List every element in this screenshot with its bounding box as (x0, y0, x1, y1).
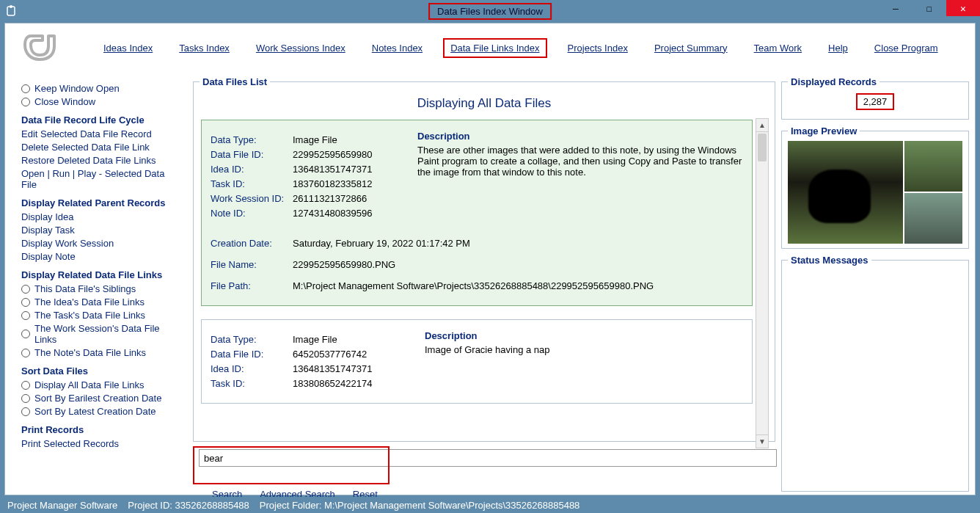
status-messages-group: Status Messages (781, 255, 969, 492)
label-task-id: Task ID: (211, 178, 293, 189)
label: The Idea's Data File Links (34, 296, 145, 308)
description-heading: Description (425, 330, 743, 341)
displayed-records-count: 2,287 (856, 93, 895, 110)
label: This Data File's Siblings (34, 283, 136, 294)
menu-project-summary[interactable]: Project Summary (654, 43, 728, 54)
data-file-record[interactable]: Data Type:Image File Data File ID:229952… (201, 120, 753, 306)
search-input[interactable] (199, 449, 777, 467)
radio-display-all[interactable]: Display All Data File Links (21, 379, 180, 390)
value-idea-id: 136481351747371 (293, 164, 413, 175)
link-edit-record[interactable]: Edit Selected Data File Record (21, 128, 180, 139)
scroll-up-icon[interactable]: ▲ (756, 119, 768, 132)
value-note-id: 127431480839596 (293, 208, 413, 219)
scroll-thumb[interactable] (758, 134, 767, 161)
label-data-file-id: Data File ID: (211, 149, 293, 160)
menu-team-work[interactable]: Team Work (754, 43, 802, 54)
label: The Note's Data File Links (34, 347, 146, 358)
description-text: These are other images that were added t… (417, 145, 743, 178)
center-column: Data Files List Displaying All Data File… (187, 72, 778, 495)
section-print: Print Records (21, 424, 180, 435)
status-project-id: 33526268885488 (175, 500, 249, 511)
link-display-task[interactable]: Display Task (21, 225, 180, 236)
radio-task-links[interactable]: The Task's Data File Links (21, 310, 180, 321)
image-preview-legend: Image Preview (788, 125, 860, 137)
status-app-name: Project Manager Software (7, 500, 117, 511)
radio-keep-window-open[interactable]: Keep Window Open (21, 83, 180, 94)
description-text: Image of Gracie having a nap (425, 344, 743, 355)
list-legend: Data Files List (200, 76, 270, 87)
statusbar: Project Manager Software Project ID: 335… (0, 497, 980, 513)
status-messages-legend: Status Messages (788, 255, 871, 266)
label: Display All Data File Links (34, 379, 145, 390)
menu-tasks-index[interactable]: Tasks Index (179, 43, 230, 54)
titlebar: Data Files Index Window — ☐ ✕ (0, 0, 980, 22)
search-area: Search Advanced Search Reset (193, 446, 775, 489)
link-delete-link[interactable]: Delete Selected Data File Link (21, 142, 180, 153)
value-work-session-id: 26111321372866 (293, 193, 413, 204)
menubar: Ideas Index Tasks Index Work Sessions In… (5, 23, 975, 72)
label-idea-id: Idea ID: (211, 164, 293, 175)
menu-close-program[interactable]: Close Program (874, 43, 938, 54)
value-file-name: 229952595659980.PNG (293, 259, 743, 270)
menu-work-sessions-index[interactable]: Work Sessions Index (256, 43, 345, 54)
radio-sort-earliest[interactable]: Sort By Earilest Creation Date (21, 393, 180, 404)
value-data-type: Image File (293, 134, 413, 145)
preview-main-image (788, 141, 903, 244)
label-creation-date: Creation Date: (211, 238, 293, 249)
maximize-button[interactable]: ☐ (913, 0, 946, 16)
minimize-button[interactable]: — (879, 0, 913, 16)
link-restore-links[interactable]: Restore Deleted Data File Links (21, 155, 180, 166)
section-parent: Display Related Parent Records (21, 197, 180, 208)
section-sort: Sort Data Files (21, 365, 180, 376)
app-frame: Ideas Index Tasks Index Work Sessions In… (4, 23, 976, 495)
list-title: Displaying All Data Files (200, 96, 769, 111)
data-file-record[interactable]: Data Type:Image File Data File ID:645205… (201, 319, 753, 404)
preview-thumb-2 (904, 193, 962, 244)
menu-help[interactable]: Help (828, 43, 848, 54)
label: The Task's Data File Links (34, 310, 145, 321)
data-files-list-group: Data Files List Displaying All Data File… (193, 76, 775, 442)
app-icon (0, 0, 22, 22)
label-work-session-id: Work Session ID: (211, 193, 293, 204)
sidebar: Keep Window Open Close Window Data File … (5, 72, 187, 495)
link-display-note[interactable]: Display Note (21, 251, 180, 262)
label-data-type: Data Type: (211, 134, 293, 145)
status-messages-body (788, 270, 962, 487)
menu-projects-index[interactable]: Projects Index (568, 43, 628, 54)
label-idea-id: Idea ID: (211, 363, 293, 374)
link-open-run-play[interactable]: Open | Run | Play - Selected Data File (21, 168, 180, 190)
menu-data-file-links-index[interactable]: Data File Links Index (450, 43, 539, 54)
radio-close-window[interactable]: Close Window (21, 96, 180, 107)
records-scroll-area: ▲ ▼ Data Type:Image File Data File ID:22… (200, 118, 769, 448)
radio-note-links[interactable]: The Note's Data File Links (21, 347, 180, 358)
value-data-file-id: 64520537776742 (293, 349, 413, 360)
label-note-id: Note ID: (211, 208, 293, 219)
radio-siblings[interactable]: This Data File's Siblings (21, 283, 180, 294)
label: Sort By Latest Creation Date (34, 406, 156, 417)
label: The Work Session's Data File Links (34, 323, 180, 345)
label: Close Window (34, 96, 95, 107)
menu-notes-index[interactable]: Notes Index (372, 43, 423, 54)
value-creation-date: Saturday, February 19, 2022 01:17:42 PM (293, 238, 743, 249)
svg-rect-1 (10, 5, 12, 8)
image-preview (788, 141, 962, 244)
preview-thumb-1 (904, 141, 962, 192)
link-display-work-session[interactable]: Display Work Session (21, 238, 180, 249)
value-idea-id: 136481351747371 (293, 363, 413, 374)
scrollbar[interactable]: ▲ ▼ (756, 118, 769, 448)
value-task-id: 183760182335812 (293, 178, 413, 189)
status-project-folder: M:\Project Management Software\Projects\… (324, 500, 579, 511)
displayed-records-group: Displayed Records 2,287 (781, 76, 969, 120)
radio-idea-links[interactable]: The Idea's Data File Links (21, 296, 180, 308)
status-project-folder-label: Project Folder: (260, 500, 322, 511)
link-display-idea[interactable]: Display Idea (21, 211, 180, 222)
radio-work-session-links[interactable]: The Work Session's Data File Links (21, 323, 180, 345)
link-print-selected[interactable]: Print Selected Records (21, 438, 180, 449)
section-related-links: Display Related Data File Links (21, 269, 180, 280)
close-button[interactable]: ✕ (946, 0, 980, 16)
menu-ideas-index[interactable]: Ideas Index (103, 43, 153, 54)
label-file-path: File Path: (211, 280, 293, 291)
section-lifecycle: Data File Record Life Cycle (21, 114, 180, 125)
radio-sort-latest[interactable]: Sort By Latest Creation Date (21, 406, 180, 417)
value-data-file-id: 229952595659980 (293, 149, 413, 160)
